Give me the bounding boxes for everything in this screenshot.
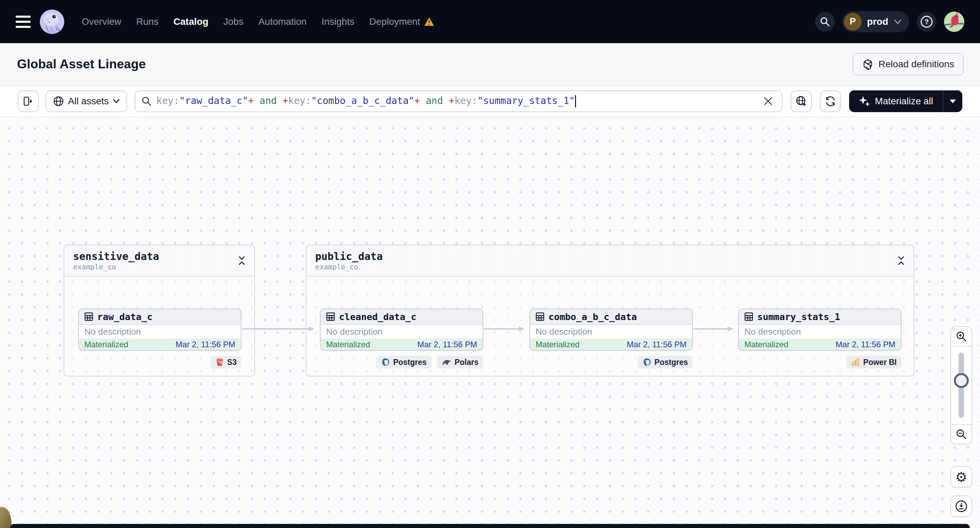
asset-description: No description (530, 325, 692, 338)
asset-status: Materialized (326, 340, 370, 349)
reload-definitions-button[interactable]: Reload definitions (853, 53, 964, 75)
group-name: sensitive_data (73, 251, 159, 262)
nav-item-catalog[interactable]: Catalog (173, 16, 208, 27)
user-avatar[interactable] (944, 11, 964, 32)
asset-description: No description (321, 325, 482, 338)
sparkles-icon (859, 95, 870, 107)
main-nav: Overview Runs Catalog Jobs Automation In… (82, 16, 434, 27)
nav-item-deployment-label: Deployment (369, 16, 420, 27)
tag-s3[interactable]: S3 (211, 356, 242, 369)
dagster-logo-icon[interactable] (40, 9, 65, 34)
table-icon (536, 312, 544, 321)
nav-item-overview[interactable]: Overview (82, 16, 121, 27)
asset-description: No description (79, 325, 241, 338)
page-title: Global Asset Lineage (17, 57, 146, 71)
asset-timestamp[interactable]: Mar 2, 11:56 PM (175, 340, 235, 349)
collapse-group-button[interactable] (238, 255, 245, 266)
tag-polars[interactable]: Polars (437, 356, 483, 369)
zoom-controls (950, 326, 972, 444)
tag-label: Postgres (655, 358, 688, 367)
nav-item-insights[interactable]: Insights (322, 16, 355, 27)
bottom-panel-edge[interactable] (10, 524, 970, 528)
postgres-icon (381, 358, 390, 366)
help-button[interactable]: ? (917, 12, 937, 32)
asset-status: Materialized (84, 340, 128, 349)
zoom-slider-thumb[interactable] (954, 373, 969, 388)
refresh-icon (824, 95, 837, 107)
asset-timestamp[interactable]: Mar 2, 11:56 PM (417, 340, 477, 349)
zoom-slider[interactable] (951, 347, 972, 424)
collapse-icon (238, 255, 245, 266)
zoom-out-button[interactable] (951, 424, 972, 444)
materialize-all-button-group: Materialize all (849, 90, 963, 112)
postgres-icon (642, 358, 651, 366)
asset-name: summary_stats_1 (757, 312, 840, 322)
asset-timestamp[interactable]: Mar 2, 11:56 PM (835, 340, 895, 349)
asset-node-cleaned-data-c[interactable]: cleaned_data_c No description Materializ… (320, 309, 483, 350)
hamburger-menu-icon[interactable] (16, 16, 30, 28)
asset-node-raw-data-c[interactable]: raw_data_c No description Materialized M… (78, 309, 242, 350)
search-icon (820, 17, 830, 27)
environment-switcher[interactable]: P prod (842, 11, 909, 32)
top-nav-bar: Overview Runs Catalog Jobs Automation In… (0, 0, 980, 43)
asset-status-row: Materialized Mar 2, 11:56 PM (530, 338, 692, 350)
global-asset-lineage-page: Overview Runs Catalog Jobs Automation In… (0, 0, 980, 528)
asset-description: No description (739, 325, 901, 338)
environment-initial-badge: P (844, 13, 862, 30)
nav-item-jobs[interactable]: Jobs (223, 16, 243, 27)
tag-postgres[interactable]: Postgres (638, 356, 693, 369)
nav-item-runs[interactable]: Runs (136, 16, 159, 27)
asset-selection-input[interactable]: key:"raw_data_c"+ and +key:"combo_a_b_c_… (135, 90, 783, 112)
asset-timestamp[interactable]: Mar 2, 11:56 PM (627, 340, 687, 349)
asset-node-summary-stats-1[interactable]: summary_stats_1 No description Materiali… (738, 309, 902, 350)
asset-group-public-data: public_data example_co (306, 245, 914, 376)
asset-selection-query: key:"raw_data_c"+ and +key:"combo_a_b_c_… (156, 95, 760, 107)
graph-settings-button[interactable]: ⚙ (950, 466, 972, 488)
close-icon (764, 97, 773, 106)
tag-power-bi[interactable]: Power BI (846, 356, 902, 369)
asset-name: cleaned_data_c (339, 312, 417, 322)
help-icon: ? (920, 15, 934, 29)
nav-item-automation[interactable]: Automation (258, 16, 307, 27)
panel-expand-icon (23, 96, 33, 106)
zoom-in-button[interactable] (951, 327, 972, 347)
download-graph-button[interactable] (950, 495, 972, 517)
refresh-button[interactable] (820, 90, 841, 112)
asset-tags: Power BI (738, 356, 902, 369)
topbar-right-cluster: P prod ? (815, 11, 964, 32)
group-header: sensitive_data example_co (64, 245, 255, 277)
clear-query-button[interactable] (760, 94, 776, 109)
tag-label: Power BI (863, 358, 897, 367)
nav-item-deployment[interactable]: Deployment (369, 16, 434, 27)
asset-node-header: raw_data_c (79, 309, 241, 325)
gear-icon: ⚙ (955, 470, 967, 484)
asset-node-header: cleaned_data_c (321, 309, 482, 325)
collapse-group-button[interactable] (897, 255, 905, 266)
tag-label: S3 (227, 358, 237, 367)
asset-name: combo_a_b_c_data (549, 312, 637, 322)
tag-postgres[interactable]: Postgres (376, 356, 431, 369)
asset-node-combo-a-b-c-data[interactable]: combo_a_b_c_data No description Material… (530, 309, 693, 350)
materialize-all-button[interactable]: Materialize all (849, 95, 943, 107)
collapse-icon (897, 255, 905, 266)
zoom-out-icon (956, 429, 967, 440)
download-icon (955, 500, 968, 513)
asset-status: Materialized (536, 340, 579, 349)
asset-scope-dropdown[interactable]: All assets (46, 90, 127, 112)
materialize-all-label: Materialize all (875, 96, 933, 107)
view-full-graph-button[interactable] (791, 90, 812, 112)
zoom-in-icon (956, 331, 967, 342)
lineage-graph-canvas[interactable]: sensitive_data example_co (0, 117, 980, 528)
caret-down-icon (950, 100, 956, 103)
chevron-down-icon (113, 99, 120, 104)
asset-name: raw_data_c (97, 312, 153, 322)
tag-label: Polars (455, 358, 479, 367)
search-icon (142, 96, 152, 106)
reload-definitions-icon (862, 59, 873, 70)
search-button[interactable] (815, 12, 835, 32)
asset-node-header: combo_a_b_c_data (530, 309, 692, 325)
group-name: public_data (315, 251, 383, 262)
open-side-panel-button[interactable] (18, 90, 39, 112)
materialize-options-button[interactable] (943, 90, 963, 112)
asset-status-row: Materialized Mar 2, 11:56 PM (79, 338, 241, 350)
